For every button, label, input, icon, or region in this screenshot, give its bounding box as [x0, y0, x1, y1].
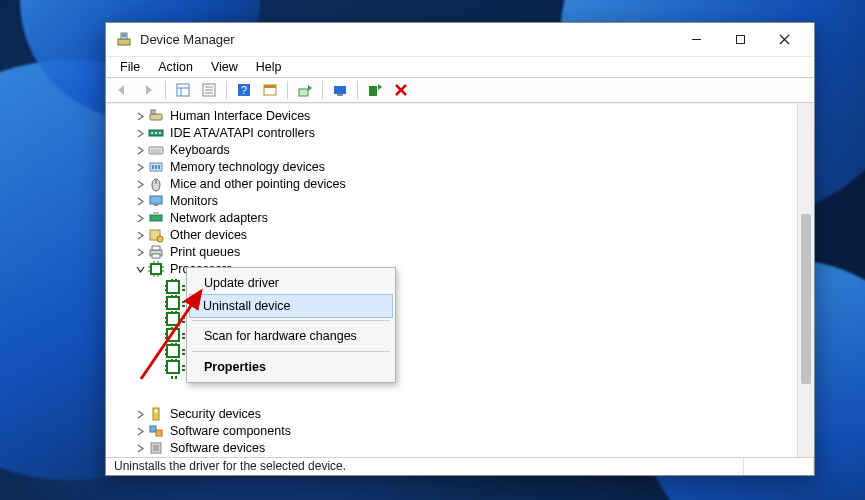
tree-label: Security devices	[170, 407, 261, 421]
chevron-right-icon[interactable]	[134, 246, 146, 258]
tree-label: Print queues	[170, 245, 240, 259]
tree-node-mice[interactable]: Mice and other pointing devices	[106, 176, 797, 193]
svg-rect-0	[118, 39, 130, 45]
chevron-right-icon[interactable]	[134, 229, 146, 241]
titlebar[interactable]: Device Manager	[106, 23, 814, 56]
tree-node-swdev[interactable]: Software devices	[106, 440, 797, 457]
cpu-icon[interactable]	[166, 344, 180, 358]
tree-node-ide[interactable]: IDE ATA/ATAPI controllers	[106, 125, 797, 142]
cpu-icon[interactable]	[166, 328, 180, 342]
menu-separator	[192, 351, 390, 352]
chevron-down-icon[interactable]	[134, 263, 146, 275]
tree-node-security[interactable]: Security devices	[106, 406, 797, 423]
menu-file[interactable]: File	[112, 57, 148, 77]
tree-node-printers[interactable]: Print queues	[106, 244, 797, 261]
menu-separator	[192, 320, 390, 321]
tree-label: Other devices	[170, 228, 247, 242]
cpu-icon[interactable]	[166, 360, 180, 374]
svg-rect-7	[177, 84, 189, 96]
swcomp-icon	[148, 423, 164, 439]
tree-node-network[interactable]: Network adapters	[106, 210, 797, 227]
chevron-right-icon[interactable]	[134, 425, 146, 437]
menu-help[interactable]: Help	[248, 57, 290, 77]
add-legacy-icon[interactable]	[363, 79, 387, 101]
tree-node-other[interactable]: Other devices	[106, 227, 797, 244]
svg-rect-39	[150, 196, 162, 204]
chevron-right-icon[interactable]	[134, 178, 146, 190]
tree-label: Network adapters	[170, 211, 268, 225]
tree-label: Human Interface Devices	[170, 109, 310, 123]
tree-node-keyboards[interactable]: Keyboards	[106, 142, 797, 159]
svg-rect-4	[736, 35, 744, 43]
toolbar: ?	[106, 77, 814, 103]
svg-rect-20	[337, 94, 343, 96]
chevron-right-icon[interactable]	[134, 408, 146, 420]
cpu-icon[interactable]	[166, 312, 180, 326]
cpu-icon	[148, 261, 164, 277]
context-menu: Update driver Uninstall device Scan for …	[186, 267, 396, 383]
update-driver-icon[interactable]	[293, 79, 317, 101]
uninstall-icon[interactable]	[389, 79, 413, 101]
cm-scan-hardware[interactable]: Scan for hardware changes	[190, 324, 392, 348]
tree-node-hid[interactable]: Human Interface Devices	[106, 108, 797, 125]
tree-label: Memory technology devices	[170, 160, 325, 174]
app-icon	[116, 31, 132, 47]
svg-rect-62	[153, 445, 159, 451]
tree-label: Mice and other pointing devices	[170, 177, 346, 191]
tree-node-memory[interactable]: Memory technology devices	[106, 159, 797, 176]
forward-icon[interactable]	[136, 79, 160, 101]
vertical-scrollbar[interactable]	[797, 104, 814, 457]
show-hide-tree-icon[interactable]	[171, 79, 195, 101]
ide-icon	[148, 125, 164, 141]
hid-icon	[148, 108, 164, 124]
cm-update-driver[interactable]: Update driver	[190, 271, 392, 295]
minimize-button[interactable]	[674, 25, 718, 53]
tree-label: Monitors	[170, 194, 218, 208]
device-tree[interactable]: Human Interface Devices IDE ATA/ATAPI co…	[106, 104, 797, 457]
chevron-right-icon[interactable]	[134, 144, 146, 156]
chevron-right-icon[interactable]	[134, 442, 146, 454]
svg-text:?: ?	[241, 84, 247, 96]
svg-rect-41	[150, 215, 162, 221]
security-icon	[148, 406, 164, 422]
other-icon	[148, 227, 164, 243]
menu-action[interactable]: Action	[150, 57, 201, 77]
window-title: Device Manager	[140, 32, 235, 47]
cm-properties[interactable]: Properties	[190, 355, 392, 379]
properties-icon[interactable]	[197, 79, 221, 101]
maximize-button[interactable]	[718, 25, 762, 53]
chevron-right-icon[interactable]	[134, 161, 146, 173]
mouse-icon	[148, 176, 164, 192]
chevron-right-icon[interactable]	[134, 127, 146, 139]
svg-rect-35	[155, 165, 157, 169]
tree-node-monitors[interactable]: Monitors	[106, 193, 797, 210]
tree-node-swcomp[interactable]: Software components	[106, 423, 797, 440]
svg-point-27	[151, 132, 153, 134]
chevron-right-icon[interactable]	[134, 212, 146, 224]
network-icon	[148, 210, 164, 226]
cm-uninstall-device[interactable]: Uninstall device	[189, 294, 393, 318]
memory-icon	[148, 159, 164, 175]
keyboard-icon	[148, 142, 164, 158]
cpu-icon[interactable]	[166, 280, 180, 294]
close-button[interactable]	[762, 25, 806, 53]
chevron-right-icon[interactable]	[134, 110, 146, 122]
monitor-icon	[148, 193, 164, 209]
svg-rect-42	[153, 212, 159, 215]
svg-point-28	[155, 132, 157, 134]
svg-rect-2	[122, 34, 126, 37]
menu-view[interactable]: View	[203, 57, 246, 77]
svg-rect-17	[264, 85, 276, 88]
statusbar: Uninstalls the driver for the selected d…	[106, 457, 814, 475]
back-icon[interactable]	[110, 79, 134, 101]
chevron-right-icon[interactable]	[134, 195, 146, 207]
svg-rect-47	[152, 254, 160, 258]
window-list-icon[interactable]	[258, 79, 282, 101]
status-cell-empty	[744, 458, 814, 475]
help-icon[interactable]: ?	[232, 79, 256, 101]
svg-rect-18	[299, 89, 308, 96]
cpu-icon[interactable]	[166, 296, 180, 310]
client-area: Human Interface Devices IDE ATA/ATAPI co…	[106, 103, 814, 457]
scan-hardware-icon[interactable]	[328, 79, 352, 101]
scroll-thumb[interactable]	[801, 214, 811, 384]
